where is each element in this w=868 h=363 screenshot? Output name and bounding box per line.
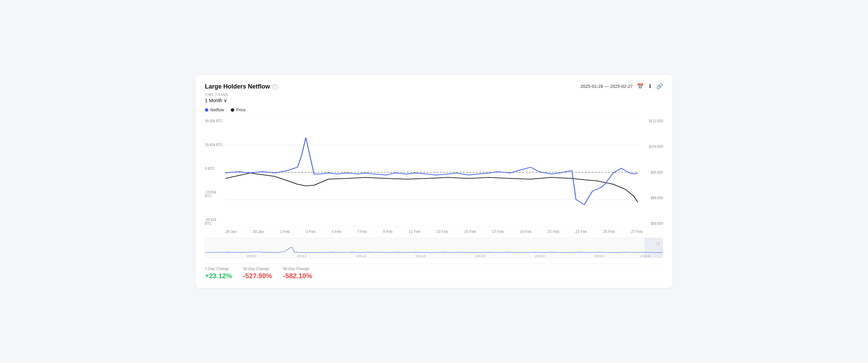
y-right-1: $112,000 xyxy=(639,119,663,123)
price-label: Price xyxy=(236,108,245,112)
x-label-2: 1 Feb xyxy=(280,230,290,234)
date-range: 2025-01-28 — 2025-02-27 xyxy=(581,84,633,89)
x-label-6: 9 Feb xyxy=(383,230,392,234)
y-right-2: $104,000 xyxy=(639,145,663,148)
x-label-15: 27 Feb xyxy=(631,230,643,234)
svg-text:2014: 2014 xyxy=(356,254,366,258)
y-axis-left: 39.62k BTC 19.81k BTC 0 BTC -19.81k BTC … xyxy=(205,118,224,227)
mini-chart-area[interactable]: 2010 2012 2014 2016 2018 2020 2022 2024 … xyxy=(205,238,663,258)
grid-icon[interactable]: ⊞ xyxy=(656,241,660,246)
x-label-9: 15 Feb xyxy=(464,230,476,234)
x-label-0: 28 Jan xyxy=(225,230,237,234)
stat-90day-value: -582.10% xyxy=(283,272,312,280)
main-chart-area: 39.62k BTC 19.81k BTC 0 BTC -19.81k BTC … xyxy=(205,118,663,227)
stats-row: 7-Day Change +23.12% 30-Day Change -527.… xyxy=(205,264,663,280)
y-right-3: $95,000 xyxy=(639,171,663,174)
header-right: 2025-01-28 — 2025-02-27 📅 ⬇ 🔗 xyxy=(581,83,663,90)
stat-30day-value: -527.90% xyxy=(243,272,272,280)
main-card: Large Holders Netflow ? 2025-01-28 — 202… xyxy=(195,75,673,288)
main-chart-svg xyxy=(225,118,638,227)
y-axis-right: $112,000 $104,000 $95,000 $88,000 $80,00… xyxy=(639,118,663,227)
y-left-5: -39.62k BTC xyxy=(205,218,224,225)
header-row: Large Holders Netflow ? 2025-01-28 — 202… xyxy=(205,83,663,90)
title-area: Large Holders Netflow ? xyxy=(205,83,278,90)
stat-30day-label: 30-Day Change xyxy=(243,267,272,271)
y-left-4: -19.81k BTC xyxy=(205,190,224,198)
chevron-down-icon: ∨ xyxy=(224,98,227,103)
svg-text:2022: 2022 xyxy=(594,254,604,258)
svg-text:2018: 2018 xyxy=(475,254,485,258)
x-label-10: 17 Feb xyxy=(492,230,504,234)
link-icon[interactable]: 🔗 xyxy=(656,83,663,90)
y-right-5: $80,000 xyxy=(639,222,663,225)
stat-90day: 90-Day Change -582.10% xyxy=(283,267,312,280)
chart-inner xyxy=(225,118,638,227)
info-icon[interactable]: ? xyxy=(272,84,278,90)
legend-price: Price xyxy=(231,108,245,112)
x-label-7: 11 Feb xyxy=(409,230,420,234)
x-label-4: 5 Feb xyxy=(331,230,341,234)
svg-text:2012: 2012 xyxy=(297,254,307,258)
timeframe-value: 1 Month xyxy=(205,98,222,103)
stat-7day-label: 7-Day Change xyxy=(205,267,232,271)
x-label-5: 7 Feb xyxy=(357,230,367,234)
price-dot xyxy=(231,108,234,112)
x-label-1: 30 Jan xyxy=(253,230,264,234)
x-label-8: 13 Feb xyxy=(436,230,448,234)
svg-text:2020: 2020 xyxy=(535,254,545,258)
netflow-line xyxy=(225,138,638,205)
x-axis-labels: 28 Jan 30 Jan 1 Feb 3 Feb 5 Feb 7 Feb 9 … xyxy=(205,228,663,234)
timeframe-label: TIME FRAME xyxy=(205,93,663,97)
stat-90day-label: 90-Day Change xyxy=(283,267,312,271)
stat-7day-value: +23.12% xyxy=(205,272,232,280)
legend-row: Netflow Price xyxy=(205,108,663,112)
x-label-12: 21 Feb xyxy=(548,230,559,234)
x-label-14: 25 Feb xyxy=(603,230,615,234)
netflow-dot xyxy=(205,108,208,112)
calendar-icon[interactable]: 📅 xyxy=(637,83,644,90)
page-title: Large Holders Netflow xyxy=(205,83,270,90)
legend-netflow: Netflow xyxy=(205,108,224,112)
x-label-11: 19 Feb xyxy=(520,230,532,234)
svg-text:2016: 2016 xyxy=(416,254,426,258)
y-right-4: $88,000 xyxy=(639,196,663,200)
timeframe-section: TIME FRAME 1 Month ∨ xyxy=(205,93,663,104)
mini-chart-svg: 2010 2012 2014 2016 2018 2020 2022 2024 xyxy=(205,238,663,258)
y-left-1: 39.62k BTC xyxy=(205,119,224,123)
svg-text:2010: 2010 xyxy=(246,254,257,258)
y-left-3: 0 BTC xyxy=(205,167,224,171)
download-icon[interactable]: ⬇ xyxy=(648,83,652,90)
timeframe-dropdown[interactable]: 1 Month ∨ xyxy=(205,98,227,103)
y-left-2: 19.81k BTC xyxy=(205,143,224,147)
x-label-13: 23 Feb xyxy=(575,230,587,234)
x-label-3: 3 Feb xyxy=(306,230,315,234)
netflow-label: Netflow xyxy=(210,108,224,112)
stat-30day: 30-Day Change -527.90% xyxy=(243,267,272,280)
stat-7day: 7-Day Change +23.12% xyxy=(205,267,232,280)
